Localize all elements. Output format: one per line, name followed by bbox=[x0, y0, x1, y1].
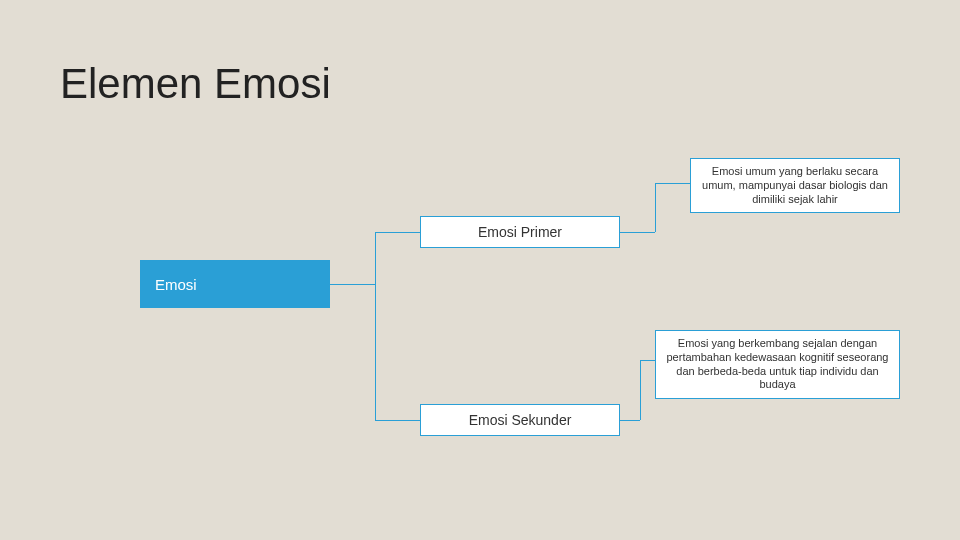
connector bbox=[620, 232, 655, 233]
connector bbox=[375, 232, 376, 420]
page-title: Elemen Emosi bbox=[60, 60, 331, 108]
connector bbox=[640, 360, 655, 361]
connector bbox=[620, 420, 640, 421]
diagram-desc-primer-text: Emosi umum yang berlaku secara umum, mam… bbox=[699, 165, 891, 206]
diagram-desc-sekunder-text: Emosi yang berkembang sejalan dengan per… bbox=[664, 337, 891, 392]
diagram-desc-sekunder: Emosi yang berkembang sejalan dengan per… bbox=[655, 330, 900, 399]
diagram-desc-primer: Emosi umum yang berlaku secara umum, mam… bbox=[690, 158, 900, 213]
diagram-branch-primer-label: Emosi Primer bbox=[478, 224, 562, 240]
diagram-root-node: Emosi bbox=[140, 260, 330, 308]
diagram-branch-sekunder: Emosi Sekunder bbox=[420, 404, 620, 436]
diagram-branch-sekunder-label: Emosi Sekunder bbox=[469, 412, 572, 428]
connector bbox=[330, 284, 375, 285]
connector bbox=[375, 420, 420, 421]
connector bbox=[655, 183, 690, 184]
connector bbox=[375, 232, 420, 233]
diagram-root-label: Emosi bbox=[155, 276, 197, 293]
connector bbox=[640, 360, 641, 420]
diagram-branch-primer: Emosi Primer bbox=[420, 216, 620, 248]
connector bbox=[655, 183, 656, 232]
